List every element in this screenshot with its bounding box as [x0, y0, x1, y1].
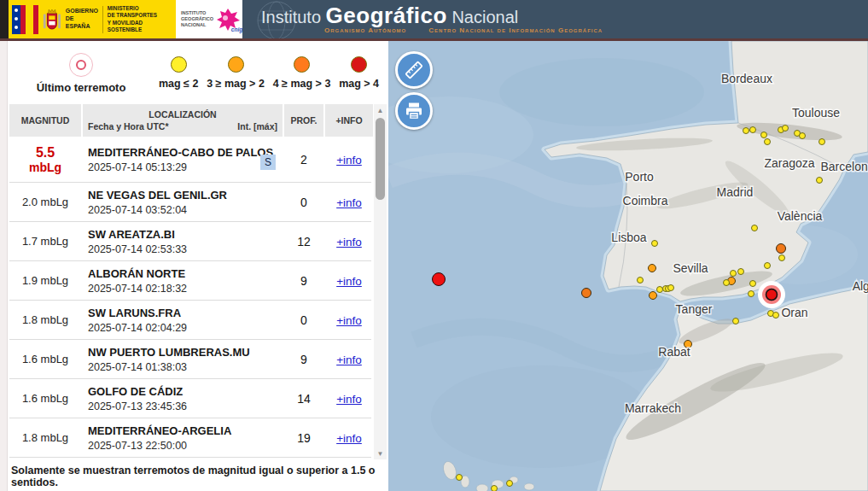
map-city-label: Zaragoza — [764, 156, 814, 170]
map-city-label: Coimbra — [623, 194, 668, 208]
magnitude-cell: 2.0 mbLg — [9, 196, 81, 208]
info-cell: +info — [325, 234, 373, 249]
table-row: 2.0 mbLg NE VEGAS DEL GENIL.GR 2025-07-1… — [9, 183, 371, 222]
earthquake-dot[interactable] — [733, 319, 739, 324]
info-link[interactable]: +info — [336, 275, 362, 288]
earthquake-dot[interactable] — [750, 127, 756, 133]
scroll-down-icon[interactable]: ▼ — [374, 447, 387, 459]
location-cell: NW PUERTO LUMBRERAS.MU 2025-07-14 01:38:… — [83, 342, 283, 377]
earthquake-dot[interactable] — [773, 313, 779, 319]
earthquake-dot[interactable] — [819, 139, 825, 145]
map-city-label: Marrakech — [625, 401, 681, 415]
col-prof: PROF. — [284, 104, 323, 137]
magnitude-cell: 1.8 mbLg — [9, 313, 81, 326]
map[interactable]: BordeauxToulouseZaragozaBarcelonaPortoMa… — [388, 41, 868, 491]
earthquake-dot[interactable] — [743, 128, 749, 134]
magnitude-dot-icon — [171, 56, 187, 73]
map-city-label: Toulouse — [792, 106, 840, 120]
info-link[interactable]: +info — [336, 393, 362, 406]
earthquake-dot[interactable] — [649, 265, 656, 272]
cnig-logo-icon: cnig — [213, 5, 242, 34]
page: GOBIERNO DE ESPAÑA MINISTERIO DE TRANSPO… — [0, 0, 868, 491]
info-link[interactable]: +info — [336, 236, 362, 248]
earthquake-dot[interactable] — [761, 132, 767, 138]
map-city-label: Madrid — [717, 185, 754, 199]
government-label: GOBIERNO DE ESPAÑA — [66, 8, 98, 30]
earthquake-dot[interactable] — [783, 126, 789, 132]
magnitude-cell: 5.5mbLg — [9, 145, 81, 174]
last-earthquake-marker[interactable] — [766, 289, 778, 301]
info-link[interactable]: +info — [336, 432, 362, 445]
info-cell: +info — [325, 152, 373, 167]
printer-icon — [404, 101, 424, 121]
location-name: NW PUERTO LUMBRERAS.MU — [88, 346, 277, 359]
earthquake-dot[interactable] — [492, 486, 498, 491]
location-name: SW LARUNS.FRA — [88, 307, 277, 319]
info-link[interactable]: +info — [336, 196, 362, 209]
earthquake-dot[interactable] — [779, 255, 785, 261]
measure-button[interactable] — [395, 51, 433, 89]
government-logo: GOBIERNO DE ESPAÑA MINISTERIO DE TRANSPO… — [9, 0, 176, 38]
info-cell: +info — [325, 195, 373, 210]
scrollbar-thumb[interactable] — [376, 118, 385, 200]
depth-cell: 2 — [284, 153, 323, 167]
print-button[interactable] — [395, 92, 433, 130]
location-name: MEDITERRÁNEO-ARGELIA — [88, 424, 277, 437]
table-scrollbar[interactable]: ▲ ▼ — [374, 104, 387, 459]
last-quake-label: Último terremoto — [37, 81, 126, 94]
col-int-max: Int. [máx] — [237, 121, 277, 132]
earthquake-dot[interactable] — [668, 285, 674, 291]
magnitude-cell: 1.9 mbLg — [9, 274, 81, 287]
location-cell: SW LARUNS.FRA 2025-07-14 02:04:29 — [83, 303, 283, 337]
earthquake-dot[interactable] — [650, 292, 657, 300]
map-city-label: Barcelona — [820, 160, 868, 173]
site-subtitle: Organismo AutónomoCentro Nacional de Inf… — [324, 26, 603, 34]
earthquake-dot[interactable] — [582, 289, 591, 298]
earthquake-dot[interactable] — [731, 271, 737, 277]
earthquake-dot[interactable] — [750, 281, 756, 287]
ministry-label: MINISTERIO DE TRANSPORTES Y MOVILIDAD SO… — [108, 5, 172, 33]
magnitude-label: 3 ≥ mag > 2 — [207, 78, 265, 90]
earthquake-dot[interactable] — [724, 280, 730, 286]
earthquake-panel: Último terremoto mag ≤ 2 3 ≥ mag > 2 4 ≥… — [7, 41, 388, 491]
map-city-label: Lisboa — [611, 231, 646, 244]
earthquake-dot[interactable] — [738, 269, 744, 275]
ign-logo: INSTITUTO GEOGRÁFICO NACIONAL cnig — [176, 0, 242, 38]
info-cell: +info — [325, 273, 373, 289]
earthquake-dot[interactable] — [765, 139, 771, 145]
filter-note: Solamente se muestran terremotos de magn… — [11, 465, 383, 488]
header: GOBIERNO DE ESPAÑA MINISTERIO DE TRANSPO… — [0, 0, 868, 41]
event-datetime: 2025-07-14 01:38:03 — [88, 361, 277, 373]
info-link[interactable]: +info — [336, 154, 362, 167]
earthquake-dot[interactable] — [752, 225, 758, 231]
earthquake-dot[interactable] — [638, 278, 644, 283]
scroll-up-icon[interactable]: ▲ — [374, 104, 387, 116]
earthquake-table: MAGNITUD LOCALIZACIÓN Fecha y Hora UTC* … — [9, 104, 371, 458]
info-link[interactable]: +info — [336, 314, 362, 327]
map-city-label: Porto — [625, 170, 654, 184]
earthquake-dot[interactable] — [749, 291, 754, 297]
magnitude-label: 4 ≥ mag > 3 — [273, 78, 331, 90]
earthquake-dot[interactable] — [652, 241, 658, 247]
earthquake-dot[interactable] — [507, 481, 513, 487]
earthquake-dot[interactable] — [817, 178, 823, 184]
event-datetime: 2025-07-14 02:53:33 — [88, 243, 277, 255]
depth-cell: 19 — [284, 431, 323, 445]
col-info: +INFO — [325, 104, 373, 137]
earthquake-dot[interactable] — [433, 273, 446, 286]
col-magnitude: MAGNITUD — [9, 104, 81, 137]
earthquake-dot[interactable] — [777, 244, 786, 254]
earthquake-dot[interactable] — [765, 263, 771, 269]
info-link[interactable]: +info — [336, 354, 362, 366]
legend-magnitude-items: mag ≤ 2 3 ≥ mag > 2 4 ≥ mag > 3 mag > 4 — [154, 48, 383, 90]
event-datetime: 2025-07-14 03:52:04 — [88, 204, 277, 216]
earthquake-dot[interactable] — [657, 287, 663, 293]
earthquake-dot[interactable] — [800, 133, 806, 139]
legend-item: 4 ≥ mag > 3 — [273, 56, 331, 90]
magnitude-cell: 1.8 mbLg — [9, 431, 81, 444]
event-datetime: 2025-07-13 23:45:36 — [88, 400, 277, 412]
earthquake-dot[interactable] — [457, 475, 463, 481]
info-cell: +info — [325, 313, 373, 328]
spain-eu-flag-icon — [12, 5, 38, 34]
last-quake-icon — [69, 53, 93, 77]
